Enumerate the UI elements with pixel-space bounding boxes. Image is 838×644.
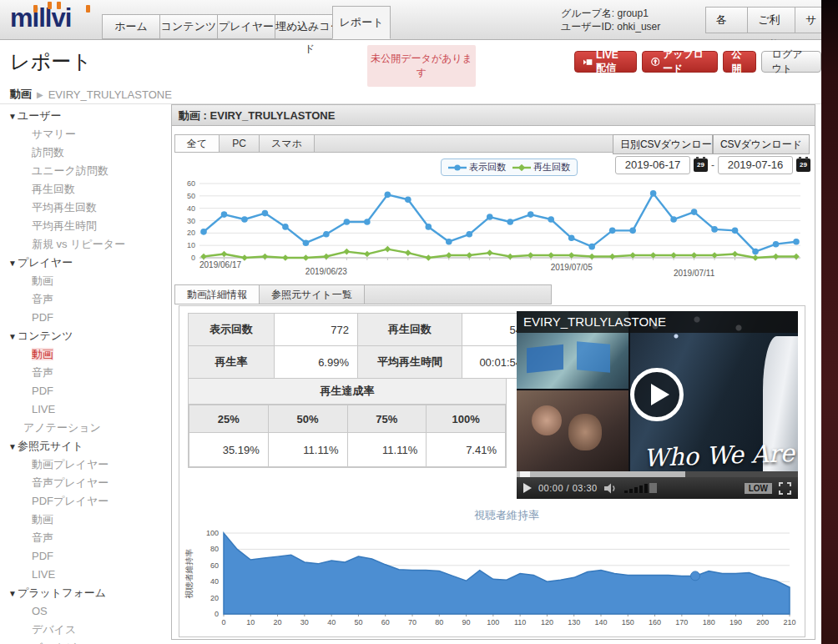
section-arrow-icon: ▼: [8, 112, 17, 121]
legend-plays[interactable]: 再生回数: [512, 161, 570, 174]
calendar-icon[interactable]: 29: [796, 158, 810, 172]
achievement-value-row: 35.19%11.11%11.11%7.41%: [189, 433, 506, 467]
achievement-header: 50%: [268, 405, 347, 433]
seek-bar[interactable]: [517, 471, 798, 477]
sidebar-item[interactable]: 音声プレイヤー: [0, 474, 167, 492]
device-tab-1[interactable]: 全て: [175, 135, 220, 152]
daily-csv-download-button[interactable]: 日別CSVダウンロード: [613, 134, 713, 154]
sidebar-item-label: PDF: [32, 311, 53, 324]
sidebar-item-label: 動画: [32, 348, 53, 360]
csv-download-button[interactable]: CSVダウンロード: [713, 134, 810, 154]
svg-text:130: 130: [568, 618, 580, 626]
live-broadcast-button[interactable]: LIVE配信: [574, 51, 637, 73]
sidebar-section-header[interactable]: ▼プレイヤー: [0, 254, 167, 272]
fullscreen-icon[interactable]: [779, 482, 791, 495]
sidebar-item[interactable]: 音声: [0, 364, 167, 382]
playhead[interactable]: [520, 471, 530, 477]
video-caption: Who We Are: [644, 439, 795, 471]
svg-text:110: 110: [514, 618, 526, 626]
volume-level-icon[interactable]: [624, 483, 657, 493]
sidebar-item-label: 訪問数: [32, 146, 64, 158]
video-screen[interactable]: EVIRY_TRULYLASTONE Who We Are: [517, 311, 798, 471]
sidebar-item[interactable]: LIVE: [0, 400, 167, 419]
nav-tab-4[interactable]: 埋め込みコー: [275, 14, 332, 39]
detail-tab-1[interactable]: 動画詳細情報: [175, 285, 260, 304]
publish-button[interactable]: 公開: [723, 51, 756, 73]
nav-tab-5[interactable]: レポート: [332, 6, 391, 39]
svg-text:190: 190: [729, 618, 742, 626]
sidebar-item[interactable]: 再生回数: [0, 180, 167, 199]
stat-label: 再生率: [189, 346, 275, 379]
sidebar-item[interactable]: PDF: [0, 382, 167, 400]
device-tab-2[interactable]: PC: [220, 135, 260, 152]
header-link-2[interactable]: ご利用状況: [747, 7, 795, 33]
sidebar-item[interactable]: OS: [0, 602, 167, 621]
stats-row: 再生率6.99%平均再生時間00:01:54: [189, 346, 531, 379]
play-button[interactable]: [630, 368, 684, 421]
sidebar-item[interactable]: PDF: [0, 309, 167, 327]
logout-button[interactable]: ログアウト: [761, 51, 821, 73]
user-id: ユーザーID: ohki_user: [561, 20, 660, 33]
sidebar-item[interactable]: 平均再生回数: [0, 199, 167, 217]
sidebar-item[interactable]: 音声: [0, 529, 167, 547]
sidebar-item-label: PDF: [32, 385, 53, 397]
date-from-input[interactable]: 2019-06-17: [615, 156, 690, 174]
report-panel: 動画 : EVIRY_TRULYLASTONE 全てPCスマホ 日別CSVダウン…: [171, 104, 815, 640]
svg-text:2019/07/11: 2019/07/11: [674, 269, 715, 278]
svg-text:2019/07/05: 2019/07/05: [551, 263, 593, 272]
sidebar-item[interactable]: ユニーク訪問数: [0, 162, 167, 180]
quality-badge[interactable]: LOW: [745, 483, 772, 494]
sidebar-item[interactable]: LIVE: [0, 566, 167, 584]
sidebar-item[interactable]: 平均再生時間: [0, 217, 167, 235]
sidebar-item[interactable]: PDFプレイヤー: [0, 492, 167, 511]
svg-text:20: 20: [210, 594, 219, 602]
calendar-icon[interactable]: 29: [694, 158, 708, 172]
logo-accent: [57, 2, 61, 9]
sidebar-item[interactable]: 動画: [0, 272, 167, 290]
sidebar-section-header[interactable]: ▼コンテンツ: [0, 327, 167, 345]
device-tabs: 全てPCスマホ: [174, 134, 642, 153]
sidebar-item[interactable]: 新規 vs リピーター: [0, 235, 167, 254]
sidebar-item[interactable]: 音声: [0, 290, 167, 309]
sidebar-item[interactable]: 訪問数: [0, 143, 167, 162]
sidebar-item[interactable]: 動画プレイヤー: [0, 455, 167, 474]
nav-tab-1[interactable]: ホーム: [102, 14, 159, 39]
sidebar-item[interactable]: デバイス: [0, 621, 167, 639]
video-player[interactable]: EVIRY_TRULYLASTONE Who We Are 00:00 / 03…: [517, 311, 798, 499]
traffic-line-chart[interactable]: 01020304050602019/06/172019/06/232019/07…: [176, 179, 810, 282]
millvi-logo[interactable]: millvi: [10, 3, 71, 33]
date-to-input[interactable]: 2019-07-16: [718, 156, 793, 174]
sidebar-section-header[interactable]: ▼プラットフォーム: [0, 584, 167, 602]
top-header: millvi ホームコンテンツプレイヤー埋め込みコーレポート グループ名: gr…: [0, 0, 838, 40]
sidebar-item[interactable]: ブラウザ: [0, 639, 167, 644]
device-tab-3[interactable]: スマホ: [260, 135, 315, 152]
sidebar-item[interactable]: PDF: [0, 547, 167, 566]
nav-tab-2[interactable]: コンテンツ: [159, 14, 217, 39]
achievement-value: 7.41%: [427, 433, 506, 467]
nav-tab-3[interactable]: プレイヤー: [217, 14, 275, 39]
sidebar-item-label: 音声: [32, 366, 53, 379]
upload-button[interactable]: アップロード: [642, 51, 718, 73]
sidebar-section-header[interactable]: ▼参照元サイト: [0, 437, 167, 455]
sidebar-item[interactable]: サマリー: [0, 125, 167, 143]
sidebar-item-label: 音声: [32, 531, 53, 544]
logo-accent: [48, 2, 52, 9]
sidebar-item[interactable]: アノテーション: [0, 419, 167, 437]
breadcrumb-root[interactable]: 動画: [10, 87, 32, 102]
breadcrumb-current: EVIRY_TRULYLASTONE: [48, 88, 172, 101]
stat-label: 再生回数: [358, 314, 462, 346]
sidebar-section-header[interactable]: ▼ユーザー: [0, 107, 167, 125]
detail-tab-2[interactable]: 参照元サイト一覧: [260, 285, 365, 304]
date-range: 2019-06-17 29 - 2019-07-16 29: [615, 156, 810, 174]
retention-area-chart[interactable]: 0204060801000102030405060708090100110120…: [180, 504, 808, 637]
toolbar-row: レポート ド 未公開データがあります LIVE配信 アップロード 公開: [0, 40, 821, 104]
header-link-1[interactable]: 各種設定: [705, 7, 747, 33]
player-play-icon[interactable]: [523, 483, 532, 493]
csv-buttons: 日別CSVダウンロード CSVダウンロード: [613, 134, 810, 154]
sidebar-item[interactable]: 動画: [0, 345, 167, 364]
logo-accent: [86, 5, 90, 13]
speaker-icon[interactable]: [604, 483, 618, 494]
svg-text:0: 0: [215, 610, 219, 618]
legend-views[interactable]: 表示回数: [448, 161, 506, 174]
sidebar-item[interactable]: 動画: [0, 511, 167, 529]
